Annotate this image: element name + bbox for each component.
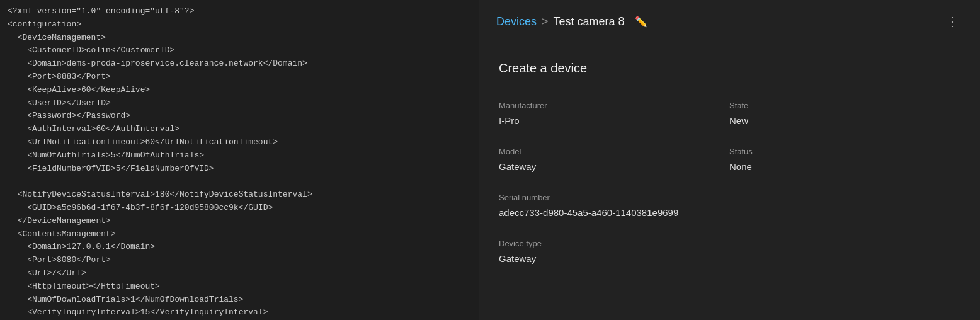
state-value: New bbox=[729, 115, 960, 126]
fields-grid: Manufacturer I-Pro State New Model Gatew… bbox=[499, 93, 960, 277]
state-field-group: State New bbox=[729, 93, 960, 139]
breadcrumb: Devices > Test camera 8 ✏️ bbox=[496, 15, 647, 28]
section-title: Create a device bbox=[499, 61, 960, 76]
status-value: None bbox=[729, 161, 960, 172]
manufacturer-field-group: Manufacturer I-Pro bbox=[499, 93, 729, 139]
serial-label: Serial number bbox=[499, 193, 935, 202]
more-options-button[interactable]: ⋮ bbox=[942, 11, 962, 31]
manufacturer-label: Manufacturer bbox=[499, 101, 704, 110]
code-content: <?xml version="1.0" encoding="utf-8"?> <… bbox=[8, 5, 471, 320]
device-type-value: Gateway bbox=[499, 253, 960, 264]
status-label: Status bbox=[729, 147, 960, 156]
device-type-field-group: Device type Gateway bbox=[499, 231, 960, 277]
model-label: Model bbox=[499, 147, 704, 156]
detail-panel: Devices > Test camera 8 ✏️ ⋮ Create a de… bbox=[479, 0, 980, 320]
model-value: Gateway bbox=[499, 161, 704, 172]
model-field-group: Model Gateway bbox=[499, 139, 729, 185]
breadcrumb-current-page: Test camera 8 bbox=[554, 15, 625, 28]
breadcrumb-separator: > bbox=[542, 15, 549, 28]
edit-icon[interactable]: ✏️ bbox=[635, 16, 647, 28]
serial-field-group: Serial number adecc733-d980-45a5-a460-11… bbox=[499, 185, 960, 231]
state-label: State bbox=[729, 101, 960, 110]
detail-header: Devices > Test camera 8 ✏️ ⋮ bbox=[479, 0, 980, 43]
code-panel: <?xml version="1.0" encoding="utf-8"?> <… bbox=[0, 0, 479, 320]
device-type-label: Device type bbox=[499, 239, 960, 248]
detail-content: Create a device Manufacturer I-Pro State… bbox=[479, 43, 980, 320]
serial-value: adecc733-d980-45a5-a460-1140381e9699 bbox=[499, 207, 935, 218]
manufacturer-value: I-Pro bbox=[499, 115, 704, 126]
status-field-group: Status None bbox=[729, 139, 960, 185]
breadcrumb-devices-link[interactable]: Devices bbox=[496, 15, 537, 28]
code-scroll[interactable]: <?xml version="1.0" encoding="utf-8"?> <… bbox=[0, 0, 479, 320]
